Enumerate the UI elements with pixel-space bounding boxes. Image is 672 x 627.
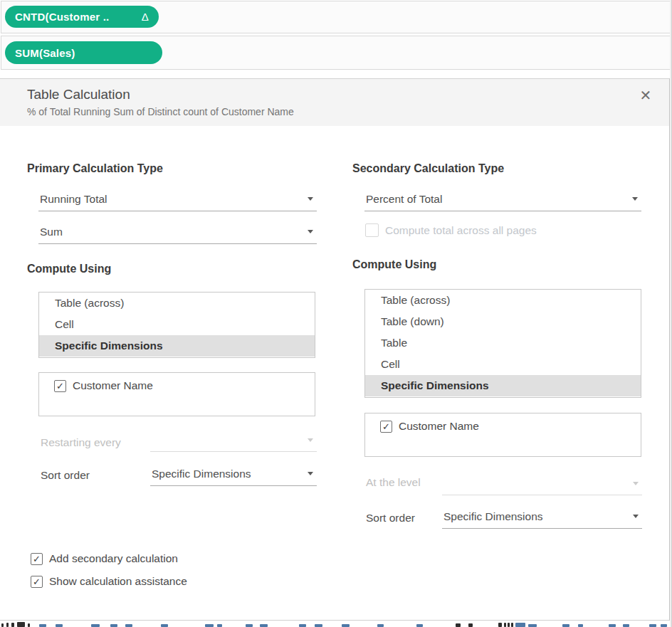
compute-using-option-selected[interactable]: Specific Dimensions xyxy=(365,375,641,396)
pill-sum-label: SUM(Sales) xyxy=(15,47,75,59)
chart-mark xyxy=(456,623,461,627)
dialog-subtitle: % of Total Running Sum of Distinct count… xyxy=(27,106,669,117)
chevron-down-icon xyxy=(308,438,313,442)
pill-sum-sales[interactable]: SUM(Sales) xyxy=(5,41,162,64)
at-the-level-label: At the level xyxy=(366,476,421,489)
primary-calc-type-dropdown[interactable]: Running Total xyxy=(38,187,317,211)
secondary-calc-type-dropdown[interactable]: Percent of Total xyxy=(364,187,641,211)
chart-mark xyxy=(528,624,537,627)
sort-order-label-left: Sort order xyxy=(41,469,90,482)
customer-name-label: Customer Name xyxy=(73,379,153,392)
customer-name-checkbox-row[interactable]: ✓ Customer Name xyxy=(54,379,315,392)
chart-mark xyxy=(508,623,510,627)
chart-mark xyxy=(17,622,25,627)
sort-order-dropdown-right[interactable]: Specific Dimensions xyxy=(442,505,642,529)
compute-using-list-left: Table (across) Cell Specific Dimensions xyxy=(38,292,315,358)
chart-mark xyxy=(578,624,583,627)
chart-mark xyxy=(6,623,9,627)
chart-mark xyxy=(260,624,268,627)
chart-mark xyxy=(416,624,423,627)
chart-mark xyxy=(515,623,525,627)
compute-total-label: Compute total across all pages xyxy=(385,224,537,237)
chevron-down-icon xyxy=(633,482,639,485)
checkbox-checked-icon[interactable]: ✓ xyxy=(31,553,43,565)
chart-mark xyxy=(342,624,350,627)
sort-order-value-right: Specific Dimensions xyxy=(443,510,543,523)
show-calculation-assistance-row[interactable]: ✓ Show calculation assistance xyxy=(31,575,187,588)
restarting-every-dropdown xyxy=(150,429,317,452)
compute-total-checkbox-row: Compute total across all pages xyxy=(365,223,537,237)
chart-mark xyxy=(649,624,656,627)
chart-mark xyxy=(562,624,569,627)
specific-dimensions-box-right: ✓ Customer Name xyxy=(364,413,641,457)
aggregation-dropdown[interactable]: Sum xyxy=(38,220,317,244)
chart-mark xyxy=(91,624,100,627)
chart-mark xyxy=(498,623,502,627)
close-icon[interactable]: ✕ xyxy=(636,86,655,105)
tableau-table-calculation-screen: { "colors": { "pill_green": "#12b086", "… xyxy=(0,0,672,627)
primary-calc-type-value: Running Total xyxy=(40,193,107,206)
chart-mark xyxy=(468,623,473,627)
chart-mark xyxy=(161,624,168,627)
show-calculation-assistance-label: Show calculation assistance xyxy=(49,575,187,588)
sort-order-dropdown-left[interactable]: Specific Dimensions xyxy=(150,462,317,486)
dialog-header: Table Calculation % of Total Running Sum… xyxy=(0,79,669,126)
chart-mark xyxy=(623,624,629,627)
sort-order-value-left: Specific Dimensions xyxy=(152,468,251,480)
compute-using-list-right: Table (across) Table (down) Table Cell S… xyxy=(364,289,641,398)
chart-mark xyxy=(110,624,117,627)
chevron-down-icon xyxy=(632,197,638,201)
secondary-calc-type-heading: Secondary Calculation Type xyxy=(352,162,504,175)
compute-using-heading-left: Compute Using xyxy=(27,263,111,275)
chevron-down-icon xyxy=(633,515,639,518)
chart-mark xyxy=(205,624,214,627)
chart-mark xyxy=(217,624,222,627)
chart-mark xyxy=(299,624,306,627)
secondary-calc-type-value: Percent of Total xyxy=(366,193,442,206)
compute-using-option[interactable]: Table (down) xyxy=(365,311,641,332)
compute-using-option-selected[interactable]: Specific Dimensions xyxy=(39,335,315,357)
chart-mark xyxy=(56,624,63,627)
compute-using-option[interactable]: Cell xyxy=(365,354,641,375)
compute-using-heading-right: Compute Using xyxy=(352,258,436,271)
checkbox-checked-icon[interactable]: ✓ xyxy=(31,576,43,588)
chart-mark xyxy=(125,624,132,627)
chart-mark xyxy=(661,624,667,627)
dialog-title: Table Calculation xyxy=(27,87,669,102)
checkbox-unchecked-icon xyxy=(365,223,379,237)
checkbox-checked-icon[interactable]: ✓ xyxy=(380,421,392,433)
chart-mark xyxy=(504,623,506,627)
chart-mark xyxy=(511,623,513,627)
specific-dimensions-box-left: ✓ Customer Name xyxy=(38,372,315,416)
primary-calc-type-heading: Primary Calculation Type xyxy=(27,162,163,175)
compute-using-option[interactable]: Table (across) xyxy=(39,293,315,314)
table-calculation-delta-icon: Δ xyxy=(142,11,149,23)
restarting-every-label: Restarting every xyxy=(41,436,121,449)
table-calculation-dialog: Table Calculation % of Total Running Sum… xyxy=(0,78,670,621)
background-sheet-strip xyxy=(0,621,670,627)
chart-mark xyxy=(1,623,4,627)
at-the-level-dropdown xyxy=(442,473,642,495)
add-secondary-calculation-row[interactable]: ✓ Add secondary calculation xyxy=(31,552,178,565)
customer-name-label: Customer Name xyxy=(399,420,479,433)
chevron-down-icon xyxy=(308,197,313,201)
compute-using-option[interactable]: Cell xyxy=(39,314,315,335)
chevron-down-icon xyxy=(308,230,313,233)
add-secondary-calculation-label: Add secondary calculation xyxy=(49,552,178,565)
chevron-down-icon xyxy=(308,472,313,475)
chart-mark xyxy=(39,624,46,627)
chart-mark xyxy=(609,624,616,627)
pill-cntd-label: CNTD(Customer .. xyxy=(15,11,109,23)
chart-mark xyxy=(377,624,384,627)
pill-cntd-customer[interactable]: CNTD(Customer .. Δ xyxy=(5,6,159,28)
chart-mark xyxy=(11,623,14,627)
compute-using-option[interactable]: Table (across) xyxy=(365,290,641,311)
chart-mark xyxy=(28,623,30,627)
chart-mark xyxy=(315,624,322,627)
chart-mark xyxy=(246,624,253,627)
sort-order-label-right: Sort order xyxy=(366,512,415,525)
aggregation-value: Sum xyxy=(40,226,63,238)
checkbox-checked-icon[interactable]: ✓ xyxy=(54,380,66,392)
customer-name-checkbox-row[interactable]: ✓ Customer Name xyxy=(380,420,641,433)
compute-using-option[interactable]: Table xyxy=(365,332,641,354)
